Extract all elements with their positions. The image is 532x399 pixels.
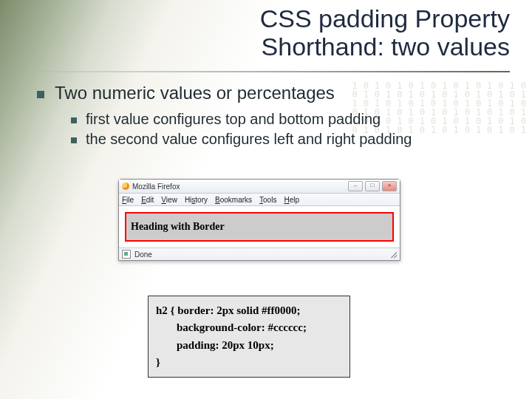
- maximize-button[interactable]: □: [365, 181, 380, 191]
- menu-edit[interactable]: Edit: [141, 196, 154, 204]
- menu-help[interactable]: Help: [284, 196, 299, 204]
- status-icon: [122, 250, 131, 259]
- css-code-block: h2 { border: 2px solid #ff0000; backgrou…: [148, 296, 350, 378]
- code-line: padding: 20px 10px;: [156, 337, 342, 354]
- slide-body: Two numeric values or percentages first …: [37, 83, 517, 151]
- menubar: File Edit View History Bookmarks Tools H…: [119, 194, 400, 206]
- title-line-2: Shorthand: two values: [262, 33, 510, 61]
- title-line-1: CSS padding Property: [260, 4, 510, 33]
- title-underline: [30, 71, 510, 72]
- resize-grip-icon: [389, 250, 397, 258]
- menu-bookmarks[interactable]: Bookmarks: [215, 196, 252, 204]
- bullet-level-1: Two numeric values or percentages: [37, 83, 517, 103]
- minimize-button[interactable]: –: [348, 181, 363, 191]
- window-title: Mozilla Firefox: [132, 183, 180, 191]
- bullet-text: Two numeric values or percentages: [55, 83, 335, 103]
- bullet-text: first value configures top and bottom pa…: [86, 111, 381, 128]
- menu-view[interactable]: View: [161, 196, 177, 204]
- menu-file[interactable]: File: [122, 196, 134, 204]
- firefox-window: Mozilla Firefox – □ × File Edit View His…: [118, 179, 400, 261]
- status-text: Done: [134, 250, 152, 259]
- statusbar: Done: [119, 248, 400, 260]
- titlebar: Mozilla Firefox – □ ×: [119, 180, 400, 194]
- bullet-level-2: the second value configures left and rig…: [71, 131, 517, 148]
- slide: 1010101010101010 0101010101010101 101010…: [0, 0, 532, 399]
- code-line: background-color: #cccccc;: [156, 319, 342, 336]
- rendered-heading: Heading with Border: [125, 212, 394, 242]
- bullet-square-icon: [37, 91, 44, 98]
- code-line: }: [156, 356, 160, 368]
- slide-title: CSS padding Property Shorthand: two valu…: [148, 4, 510, 61]
- bullet-square-icon: [71, 137, 77, 143]
- code-line: h2 { border: 2px solid #ff0000;: [156, 304, 301, 316]
- window-buttons: – □ ×: [348, 181, 397, 191]
- menu-tools[interactable]: Tools: [259, 196, 276, 204]
- menu-history[interactable]: History: [185, 196, 208, 204]
- bullet-text: the second value configures left and rig…: [86, 131, 412, 148]
- close-button[interactable]: ×: [382, 181, 397, 191]
- browser-viewport: Heading with Border: [119, 206, 400, 248]
- bullet-square-icon: [71, 117, 77, 123]
- firefox-icon: [122, 183, 129, 190]
- bullet-level-2: first value configures top and bottom pa…: [71, 111, 517, 128]
